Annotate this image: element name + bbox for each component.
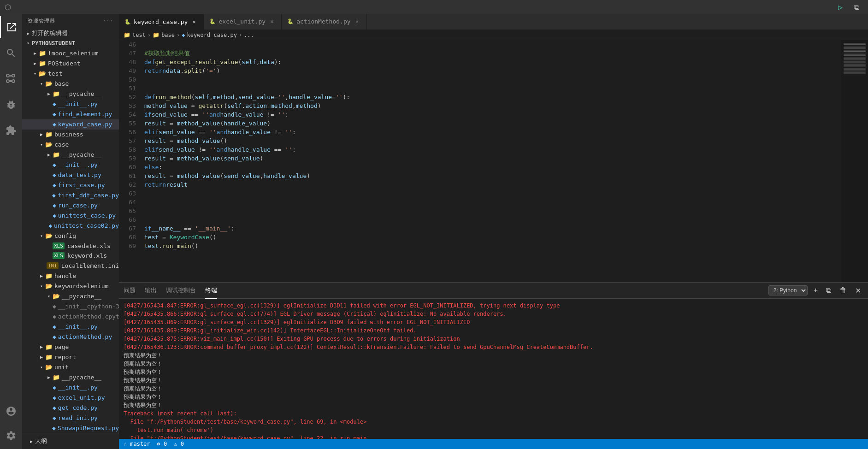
sidebar-item-postudent[interactable]: ▶ 📁 POStudent <box>22 59 119 69</box>
folder-open-icon: 📂 <box>45 232 53 239</box>
sidebar-item-read-ini[interactable]: ◆ read_ini.py <box>22 413 119 423</box>
sidebar-item-unittest-case02[interactable]: ◆ unittest_case02.py <box>22 220 119 230</box>
sidebar-item-lmooc[interactable]: ▶ 📁 lmooc_selenium <box>22 48 119 59</box>
sidebar-item-handle[interactable]: ▶ 📁 handle <box>22 271 119 281</box>
terminal-line: File "f:/PythonStudent/test/base/keyword… <box>124 418 863 426</box>
sidebar-item-config[interactable]: ▾ 📂 config <box>22 230 119 241</box>
sidebar-item-keyword-case[interactable]: ◆ keyword_case.py <box>22 119 119 130</box>
sidebar-item-test[interactable]: ▾ 📂 test <box>22 69 119 79</box>
layout-icon[interactable]: ⧉ <box>850 0 863 14</box>
minimap-line <box>844 43 866 44</box>
sidebar-item-init-base[interactable]: ◆ __init__.py <box>22 99 119 109</box>
search-icon[interactable] <box>0 42 22 64</box>
sidebar-item-pycache-kw[interactable]: ▾ 📂 __pycache__ <box>22 291 119 301</box>
trash-terminal-button[interactable]: 🗑 <box>837 285 849 295</box>
terminal-dropdown[interactable]: 2: Python 1: bash <box>768 285 808 295</box>
editor-main[interactable]: 46 47 48 49 50 51 52 53 54 55 56 57 <box>119 40 841 282</box>
sidebar-item-report[interactable]: ▶ 📁 report <box>22 352 119 362</box>
tab-keyword-case[interactable]: 🐍 keyword_case.py ✕ <box>119 14 204 30</box>
debug-icon[interactable] <box>0 94 22 116</box>
sidebar-item-find-element[interactable]: ◆ find_element.py <box>22 109 119 119</box>
panel-tab-terminal-label: 终端 <box>205 286 217 295</box>
close-tab-icon[interactable]: ✕ <box>268 18 276 25</box>
explorer-icon[interactable] <box>0 16 22 38</box>
sidebar-item-init-cpython[interactable]: ◆ __init__cpython-36.pyc <box>22 301 119 312</box>
py-tab-icon: 🐍 <box>209 18 216 24</box>
add-terminal-button[interactable]: + <box>811 285 820 295</box>
code-keyword: def <box>144 94 155 100</box>
close-panel-button[interactable]: ✕ <box>853 285 863 296</box>
source-control-icon[interactable] <box>0 68 22 90</box>
status-errors[interactable]: ⊗ 0 <box>157 441 167 447</box>
sidebar-item-business[interactable]: ▶ 📁 business <box>22 130 119 140</box>
sidebar-item-data-test[interactable]: ◆ data_test.py <box>22 170 119 180</box>
sidebar-item-pycache-unit[interactable]: ▶ 📁 __pycache__ <box>22 372 119 382</box>
tab-actionmethod[interactable]: 🐍 actionMethod.py ✕ <box>282 14 366 30</box>
breadcrumb-base[interactable]: base <box>161 32 175 38</box>
sidebar-item-open-editors[interactable]: ▶ 打开的编辑器 <box>22 28 119 38</box>
sidebar-item-init-kw[interactable]: ◆ __init__.py <box>22 322 119 332</box>
panel-tab-terminal[interactable]: 终端 <box>205 283 217 299</box>
terminal-content[interactable]: [0427/165434.847:ERROR:gl_surface_egl.cc… <box>119 299 868 439</box>
breadcrumb-file[interactable]: keyword_case.py <box>187 32 237 38</box>
code-line: if __name__ == '__main__': <box>140 224 841 233</box>
split-terminal-button[interactable]: ⧉ <box>824 285 833 295</box>
sidebar-item-actionmethod-cpython[interactable]: ◆ actionMethod.cpython-3... <box>22 312 119 322</box>
code-var: result <box>144 155 166 162</box>
breadcrumb-test[interactable]: test <box>132 32 146 38</box>
sidebar-item-pythonstudent[interactable]: ▾ PYTHONSTUDENT <box>22 38 119 48</box>
close-tab-icon[interactable]: ✕ <box>354 18 361 25</box>
sidebar-item-init-unit[interactable]: ◆ __init__.py <box>22 382 119 392</box>
sidebar-item-get-code[interactable]: ◆ get_code.py <box>22 402 119 413</box>
panel-tab-problems[interactable]: 问题 <box>124 283 136 299</box>
sidebar-item-keyword-xls[interactable]: XLS keyword.xls <box>22 251 119 261</box>
status-warnings[interactable]: ⚠ 0 <box>174 441 184 447</box>
sidebar-item-init-case[interactable]: ◆ __init__.py <box>22 160 119 170</box>
line-num: 62 <box>123 180 136 189</box>
close-tab-icon[interactable]: ✕ <box>190 18 198 25</box>
folder-icon: 📁 <box>39 50 46 57</box>
sidebar-item-unittest-case[interactable]: ◆ unittest_case.py <box>22 210 119 220</box>
line-num: 58 <box>123 145 136 154</box>
sidebar-item-local-element[interactable]: INI LocalElement.ini <box>22 261 119 271</box>
sidebar-item-keywordselenium[interactable]: ▾ 📂 keywordselenium <box>22 281 119 291</box>
code-line: return data.split('=') <box>140 66 841 75</box>
sidebar-header-icons[interactable]: ··· <box>103 18 113 24</box>
sidebar-item-excel-unit[interactable]: ◆ excel_unit.py <box>22 392 119 402</box>
sidebar-item-casedate-xls[interactable]: XLS casedate.xls <box>22 241 119 251</box>
sidebar-item-unit[interactable]: ▾ 📂 unit <box>22 362 119 372</box>
sidebar-item-case[interactable]: ▾ 📂 case <box>22 140 119 150</box>
breadcrumb-more[interactable]: ... <box>244 32 254 38</box>
sidebar-item-pycache-case[interactable]: ▶ 📁 __pycache__ <box>22 149 119 160</box>
main-area: 资源管理器 ··· ▶ 打开的编辑器 ▾ PYTHONSTUDENT ▶ 📁 l… <box>0 14 868 449</box>
extensions-icon[interactable] <box>0 119 22 142</box>
code-line: result = method_value() <box>140 136 841 145</box>
sidebar-item-showapi[interactable]: ◆ ShowapiRequest.py <box>22 423 119 433</box>
sidebar-item-pycache-base[interactable]: ▶ 📁 __pycache__ <box>22 89 119 99</box>
code-var: result <box>166 181 188 188</box>
sidebar-item-actionmethod[interactable]: ◆ actionMethod.py <box>22 332 119 342</box>
panel-tab-debug-console[interactable]: 调试控制台 <box>166 283 196 299</box>
code-var: method_value <box>177 120 220 127</box>
sidebar-item-first-ddt-case[interactable]: ◆ first_ddt_case.py <box>22 190 119 200</box>
run-icon[interactable]: ▷ <box>833 0 847 14</box>
code-var: __name__ <box>152 225 181 232</box>
panel-tab-output[interactable]: 输出 <box>145 283 157 299</box>
minimap-line <box>844 72 866 73</box>
terminal-line: 预期结果为空！ <box>124 393 863 401</box>
status-branch[interactable]: ⑃ master <box>124 441 150 447</box>
tab-excel-unit[interactable]: 🐍 excel_unit.py ✕ <box>204 14 282 30</box>
account-icon[interactable] <box>0 400 22 422</box>
sidebar-item-page[interactable]: ▶ 📁 page <box>22 342 119 352</box>
arrow-icon: ▾ <box>38 81 45 86</box>
folder-open-icon: 📂 <box>53 293 60 300</box>
sidebar-item-outline[interactable]: ▶ 大纲 <box>28 436 113 446</box>
code-var: handle_value <box>263 172 307 179</box>
minimap-line <box>844 55 866 56</box>
sidebar-item-run-case[interactable]: ◆ run_case.py <box>22 200 119 210</box>
settings-icon[interactable] <box>0 425 22 447</box>
postudent-label: POStudent <box>48 60 80 67</box>
code-line: test = KeywordCase() <box>140 233 841 242</box>
sidebar-item-base[interactable]: ▾ 📂 base <box>22 79 119 89</box>
sidebar-item-first-case[interactable]: ◆ first_case.py <box>22 180 119 190</box>
